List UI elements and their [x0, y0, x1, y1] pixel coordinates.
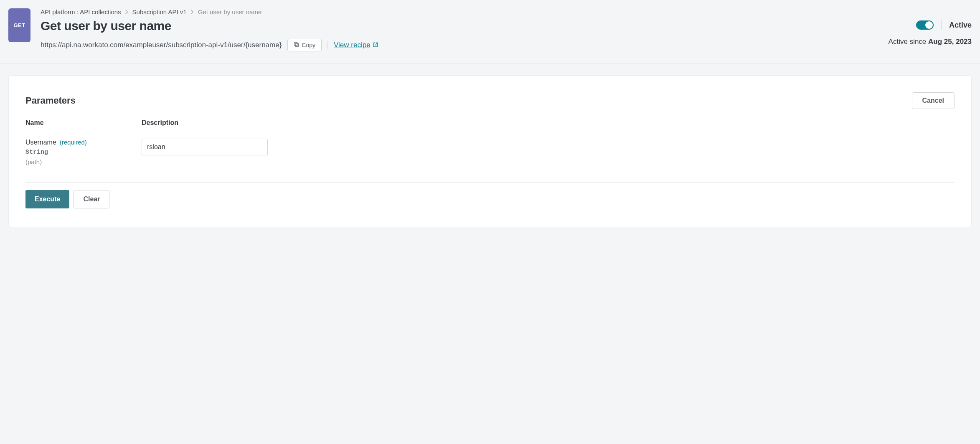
endpoint-url: https://api.na.workato.com/exampleuser/s…: [41, 41, 282, 49]
view-recipe-label: View recipe: [334, 41, 371, 49]
vertical-divider: [328, 41, 328, 49]
parameters-card: Parameters Cancel Name Description Usern…: [8, 75, 972, 227]
param-in: (path): [25, 158, 142, 165]
column-header-description: Description: [142, 119, 955, 127]
copy-icon: [294, 42, 299, 48]
cancel-button[interactable]: Cancel: [912, 92, 955, 109]
param-required-badge: (required): [60, 139, 87, 146]
status-row: Active: [916, 20, 972, 30]
active-since: Active since Aug 25, 2023: [889, 38, 972, 46]
status-label: Active: [949, 21, 972, 30]
chevron-right-icon: [125, 10, 128, 14]
breadcrumb-collection[interactable]: Subscription API v1: [132, 8, 187, 15]
endpoint-url-row: https://api.na.workato.com/exampleuser/s…: [41, 39, 889, 51]
active-since-date: Aug 25, 2023: [928, 38, 972, 46]
parameters-title: Parameters: [25, 95, 76, 106]
chevron-right-icon: [191, 10, 194, 14]
breadcrumb-current: Get user by user name: [198, 8, 262, 15]
active-toggle[interactable]: [916, 20, 934, 30]
http-method-badge: GET: [8, 8, 30, 42]
page-header: GET API platform : API collections Subsc…: [0, 8, 980, 63]
external-link-icon: [373, 41, 378, 49]
active-since-prefix: Active since: [889, 38, 928, 46]
execute-button[interactable]: Execute: [25, 190, 69, 208]
param-name: Username: [25, 139, 56, 146]
param-value-input[interactable]: [142, 139, 268, 155]
param-type: String: [25, 149, 142, 156]
svg-rect-0: [296, 43, 299, 46]
svg-rect-1: [295, 42, 297, 45]
view-recipe-link[interactable]: View recipe: [334, 41, 378, 49]
vertical-divider: [941, 20, 942, 30]
clear-button[interactable]: Clear: [74, 190, 109, 208]
breadcrumb: API platform : API collections Subscript…: [41, 8, 889, 15]
breadcrumb-root[interactable]: API platform : API collections: [41, 8, 121, 15]
column-header-name: Name: [25, 119, 142, 127]
copy-button[interactable]: Copy: [287, 39, 322, 51]
page-title: Get user by user name: [41, 19, 889, 33]
copy-label: Copy: [302, 42, 315, 48]
parameter-row: Username (required) String (path): [25, 131, 955, 183]
parameters-table: Name Description Username (required) Str…: [25, 119, 955, 183]
